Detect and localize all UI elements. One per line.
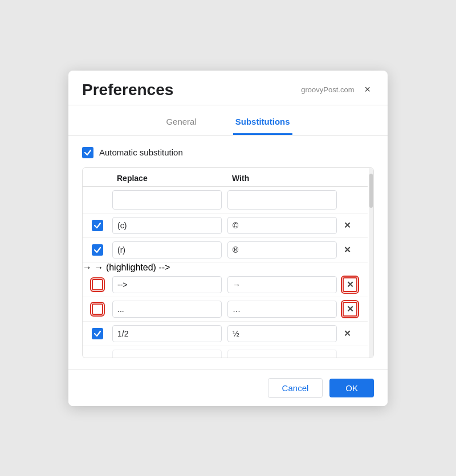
replace-input-half[interactable] [112, 325, 222, 342]
ok-button[interactable]: OK [329, 379, 374, 397]
replace-input-ellipsis[interactable] [112, 301, 222, 318]
replace-input-new[interactable] [112, 190, 222, 210]
replace-input-extra[interactable] [112, 350, 222, 358]
delete-button-ellipsis[interactable]: ✕ [343, 302, 357, 317]
delete-button-arrow[interactable]: ✕ [343, 277, 357, 292]
table-row [83, 346, 368, 358]
table-row: ✕ [83, 322, 368, 346]
auto-substitution-row: Automatic substitution [82, 147, 374, 158]
substitutions-table: Replace With [82, 167, 374, 358]
checkbox-half[interactable] [92, 328, 103, 339]
with-input-r[interactable] [227, 241, 337, 258]
dialog-footer: Cancel OK [68, 370, 388, 406]
auto-substitution-label: Automatic substitution [99, 147, 183, 157]
row-checkbox-arrow[interactable] [83, 279, 112, 290]
close-button[interactable]: × [361, 83, 374, 97]
dialog-body: Automatic substitution Replace With [68, 136, 388, 370]
checkbox-c[interactable] [92, 220, 103, 231]
table-row [83, 187, 368, 214]
table-header: Replace With [83, 168, 368, 187]
table-row: ✕ [83, 297, 368, 322]
with-input-new[interactable] [227, 190, 337, 210]
checkbox-r[interactable] [92, 244, 103, 256]
col-checkbox-header [83, 174, 112, 183]
col-with-header: With [227, 174, 343, 183]
col-replace-header: Replace [112, 174, 227, 183]
dialog-header: Preferences groovyPost.com × [68, 71, 388, 105]
with-input-arrow[interactable] [227, 276, 337, 293]
delete-button-half[interactable]: ✕ [343, 327, 352, 340]
checkbox-arrow[interactable] [92, 279, 103, 290]
checkbox-ellipsis[interactable] [92, 303, 103, 315]
replace-input-c[interactable] [112, 217, 222, 234]
delete-button-r[interactable]: ✕ [343, 244, 352, 256]
preferences-dialog: Preferences groovyPost.com × General Sub… [68, 71, 388, 406]
replace-input-r[interactable] [112, 241, 222, 258]
watermark-label: groovyPost.com [301, 85, 354, 94]
with-input-ellipsis[interactable] [227, 301, 337, 318]
with-input-extra[interactable] [227, 350, 337, 358]
col-delete-header [343, 174, 368, 183]
delete-button-c[interactable]: ✕ [343, 219, 352, 232]
row-checkbox-half[interactable] [83, 328, 112, 339]
table-row: ✕ [83, 238, 368, 262]
tab-substitutions[interactable]: Substitutions [233, 112, 292, 135]
auto-substitution-checkbox[interactable] [82, 147, 93, 158]
with-input-half[interactable] [227, 325, 337, 342]
header-right: groovyPost.com × [301, 83, 374, 97]
tabs-bar: General Substitutions [68, 105, 388, 136]
row-checkbox-c[interactable] [83, 220, 112, 231]
with-input-c[interactable] [227, 217, 337, 234]
table-row: ✕ [83, 273, 368, 297]
row-checkbox-r[interactable] [83, 244, 112, 256]
tab-general[interactable]: General [164, 112, 198, 135]
row-checkbox-ellipsis[interactable] [83, 303, 112, 315]
dialog-title: Preferences [82, 81, 173, 99]
cancel-button[interactable]: Cancel [268, 378, 323, 398]
table-row: ✕ [83, 214, 368, 238]
replace-input-arrow[interactable] [112, 276, 222, 293]
